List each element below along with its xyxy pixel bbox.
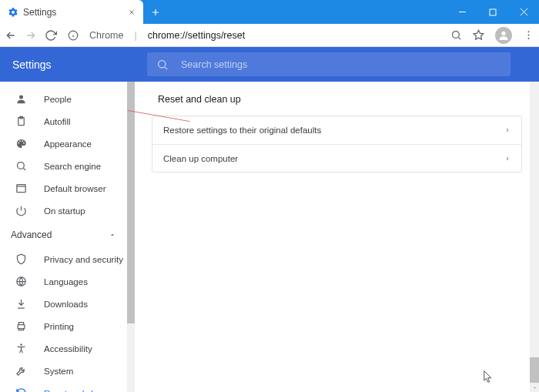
sidebar-item-label: Printing <box>44 322 74 331</box>
sidebar-item-downloads[interactable]: Downloads <box>0 293 135 315</box>
row-label: Restore settings to their original defau… <box>163 126 321 135</box>
svg-point-2 <box>453 32 460 39</box>
sidebar-item-system[interactable]: System <box>0 360 135 382</box>
clipboard-icon <box>15 116 27 127</box>
person-icon <box>15 93 27 105</box>
sidebar-item-label: Accessibility <box>44 344 92 353</box>
search-icon <box>15 160 27 172</box>
new-tab-button[interactable] <box>143 0 168 24</box>
profile-avatar[interactable] <box>495 27 512 44</box>
svg-point-7 <box>159 60 166 67</box>
close-icon[interactable] <box>128 8 136 16</box>
svg-point-15 <box>20 343 22 346</box>
sidebar-item-label: Privacy and security <box>44 255 123 264</box>
printer-icon <box>15 320 27 332</box>
sidebar-item-languages[interactable]: Languages <box>0 270 135 293</box>
window-controls <box>447 0 539 24</box>
row-restore-defaults[interactable]: Restore settings to their original defau… <box>152 116 521 144</box>
svg-rect-12 <box>17 185 25 193</box>
star-icon[interactable] <box>473 29 484 41</box>
info-icon[interactable] <box>68 30 79 41</box>
sidebar-item-people[interactable]: People <box>0 88 135 110</box>
address-origin: Chrome <box>89 30 123 41</box>
forward-icon[interactable] <box>25 29 37 42</box>
sidebar-item-autofill[interactable]: Autofill <box>0 110 135 132</box>
sidebar-item-label: Autofill <box>44 117 71 126</box>
settings-search[interactable] <box>147 52 511 76</box>
section-title: Reset and clean up <box>158 94 522 105</box>
browser-icon <box>15 183 27 194</box>
sidebar-item-label: Appearance <box>44 139 92 149</box>
content-scrollbar-down[interactable] <box>530 383 539 392</box>
sidebar-item-label: System <box>44 367 73 376</box>
palette-icon <box>15 138 27 149</box>
sidebar-item-default-browser[interactable]: Default browser <box>0 177 135 199</box>
sidebar-section-advanced[interactable]: Advanced <box>0 222 135 248</box>
download-icon <box>15 298 27 310</box>
svg-point-4 <box>528 31 530 32</box>
svg-point-3 <box>501 31 505 35</box>
wrench-icon <box>15 365 27 377</box>
sidebar-item-privacy[interactable]: Privacy and security <box>0 248 135 270</box>
settings-card: Restore settings to their original defau… <box>152 116 522 173</box>
back-icon[interactable] <box>5 29 17 42</box>
gear-icon <box>8 7 18 18</box>
settings-content: Reset and clean up Restore settings to t… <box>135 82 539 392</box>
minimize-button[interactable] <box>447 0 477 24</box>
sidebar-section-label: Advanced <box>11 230 52 240</box>
chevron-right-icon <box>504 127 511 133</box>
window-titlebar: Settings <box>0 0 539 24</box>
maximize-button[interactable] <box>477 0 508 24</box>
settings-title: Settings <box>12 59 147 71</box>
chevron-up-icon <box>109 231 116 239</box>
restore-icon <box>15 387 27 392</box>
sidebar-item-on-startup[interactable]: On startup <box>0 199 135 222</box>
content-scrollbar-thumb[interactable] <box>530 357 539 383</box>
chevron-right-icon <box>504 156 511 162</box>
svg-rect-14 <box>18 325 25 329</box>
browser-tab[interactable]: Settings <box>0 0 143 24</box>
shield-icon <box>15 253 27 265</box>
svg-rect-0 <box>490 9 496 15</box>
power-icon <box>15 205 27 216</box>
sidebar-item-label: People <box>44 95 72 104</box>
search-icon[interactable] <box>450 29 462 41</box>
sidebar-item-label: Reset and clean up <box>44 389 120 393</box>
sidebar-item-accessibility[interactable]: Accessibility <box>0 337 135 360</box>
svg-point-11 <box>18 162 25 169</box>
svg-point-6 <box>528 38 530 39</box>
sidebar-item-reset[interactable]: Reset and clean up <box>0 382 135 392</box>
tab-title: Settings <box>23 7 123 18</box>
address-url[interactable]: chrome://settings/reset <box>148 30 245 41</box>
sidebar-item-label: On startup <box>44 206 85 216</box>
settings-header: Settings <box>0 47 539 82</box>
row-label: Clean up computer <box>163 154 238 163</box>
address-separator: | <box>134 30 136 41</box>
sidebar-scrollbar-thumb[interactable] <box>127 82 135 323</box>
sidebar-item-printing[interactable]: Printing <box>0 315 135 337</box>
reload-icon[interactable] <box>45 29 57 42</box>
search-icon <box>156 59 169 71</box>
content-scrollbar-track[interactable] <box>530 82 539 392</box>
settings-sidebar: People Autofill Appearance Search engine… <box>0 82 135 392</box>
mouse-cursor <box>484 370 494 384</box>
plus-icon <box>150 7 161 18</box>
address-bar: Chrome | chrome://settings/reset <box>0 24 539 47</box>
menu-icon[interactable] <box>523 29 534 41</box>
settings-search-input[interactable] <box>181 59 501 70</box>
svg-point-5 <box>528 35 530 36</box>
row-clean-up-computer[interactable]: Clean up computer <box>152 144 521 172</box>
close-window-button[interactable] <box>508 0 539 24</box>
sidebar-item-label: Downloads <box>44 300 88 309</box>
globe-icon <box>15 276 27 287</box>
sidebar-item-appearance[interactable]: Appearance <box>0 132 135 155</box>
svg-point-8 <box>19 95 23 99</box>
sidebar-item-search-engine[interactable]: Search engine <box>0 155 135 177</box>
sidebar-item-label: Languages <box>44 277 88 286</box>
sidebar-item-label: Search engine <box>44 162 101 171</box>
sidebar-item-label: Default browser <box>44 184 106 193</box>
accessibility-icon <box>15 343 27 354</box>
